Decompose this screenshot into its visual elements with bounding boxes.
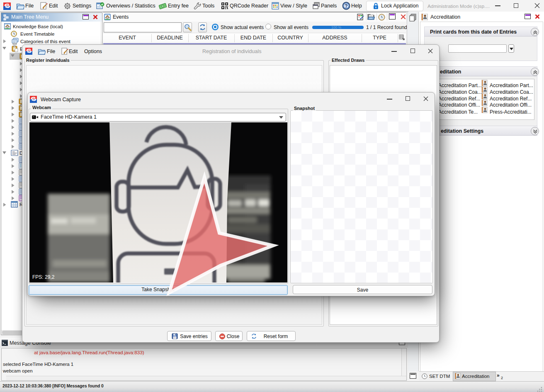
svg-text:Knowledge Base (local): Knowledge Base (local) (13, 24, 63, 29)
svg-text:?: ? (345, 3, 347, 9)
svg-text:Event Timetable: Event Timetable (20, 32, 54, 37)
svg-text:Categories of this event: Categories of this event (20, 39, 71, 44)
svg-text:FPS: 29,2: FPS: 29,2 (32, 274, 55, 280)
